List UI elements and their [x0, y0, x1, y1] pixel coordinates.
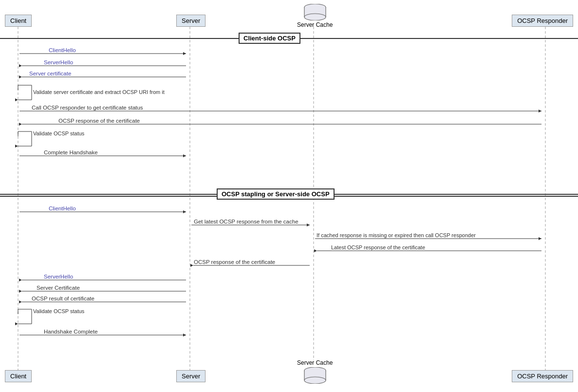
svg-text:Complete Handshake: Complete Handshake [44, 149, 98, 155]
svg-text:OCSP response of the certifica: OCSP response of the certificate [194, 259, 275, 265]
database-icon-top [302, 4, 328, 20]
svg-point-44 [304, 14, 326, 20]
svg-text:Validate OCSP status: Validate OCSP status [33, 131, 85, 136]
ocsp-responder-actor-top: OCSP Responder [512, 15, 573, 27]
svg-text:Handshake Complete: Handshake Complete [44, 329, 98, 335]
client-actor-top: Client [5, 15, 32, 27]
database-icon-bottom [302, 367, 328, 384]
svg-text:ClientHello: ClientHello [49, 47, 76, 53]
svg-text:ClientHello: ClientHello [49, 205, 76, 211]
client-side-ocsp-label: Client-side OCSP [239, 33, 300, 44]
server-cache-actor-top: Server Cache [297, 4, 333, 28]
server-actor-bottom: Server [176, 370, 205, 382]
svg-point-49 [304, 377, 326, 384]
server-cache-label-bottom: Server Cache [297, 359, 333, 366]
server-cache-label-top: Server Cache [297, 21, 333, 28]
svg-text:Latest OCSP response of the ce: Latest OCSP response of the certificate [331, 244, 425, 250]
server-cache-actor-bottom: Server Cache [297, 359, 333, 384]
svg-text:Validate server certificate an: Validate server certificate and extract … [33, 89, 165, 95]
svg-text:Get latest OCSP response from : Get latest OCSP response from the cache [194, 219, 298, 224]
svg-text:Call OCSP responder to get cer: Call OCSP responder to get certificate s… [32, 105, 143, 111]
svg-text:ServerHello: ServerHello [44, 59, 73, 65]
svg-text:If cached response is missing : If cached response is missing or expired… [317, 232, 476, 238]
svg-text:ServerHello: ServerHello [44, 274, 73, 280]
svg-text:OCSP result of certificate: OCSP result of certificate [32, 296, 94, 301]
svg-text:Server Certificate: Server Certificate [37, 285, 80, 291]
ocsp-stapling-label: OCSP stapling or Server-side OCSP [217, 188, 335, 200]
svg-text:Server certificate: Server certificate [29, 71, 71, 76]
client-actor-bottom: Client [5, 370, 32, 382]
sequence-diagram: ClientHello ServerHello Server certifica… [0, 0, 578, 392]
svg-text:Validate OCSP status: Validate OCSP status [33, 308, 85, 314]
server-actor-top: Server [176, 15, 205, 27]
ocsp-responder-actor-bottom: OCSP Responder [512, 370, 573, 382]
svg-text:OCSP response of the certifica: OCSP response of the certificate [58, 118, 140, 124]
